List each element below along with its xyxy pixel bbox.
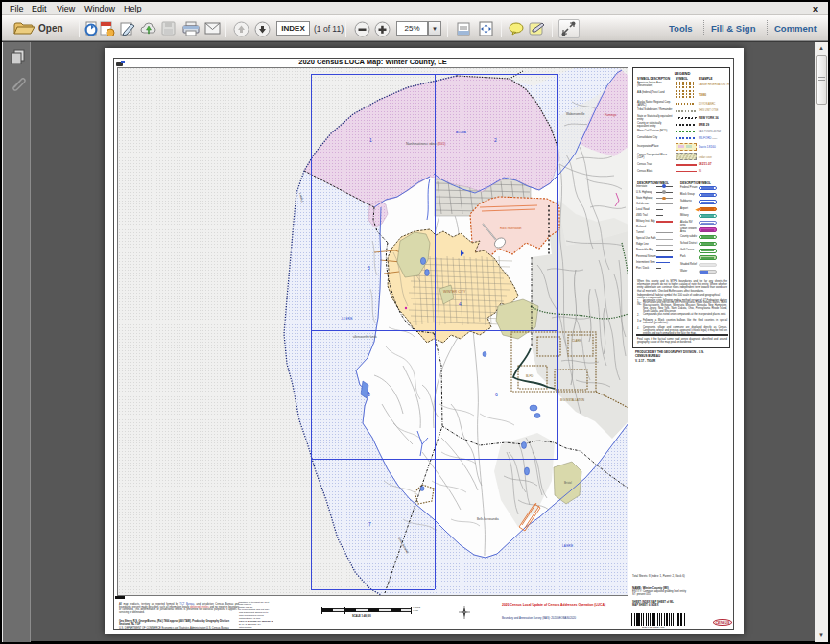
svg-text:Bristol: Bristol [564, 481, 572, 485]
svg-text:CLARK: CLARK [572, 339, 581, 343]
svg-text:Nanhmatironci rdea (R01): Nanhmatironci rdea (R01) [406, 142, 445, 146]
svg-text:2: 2 [494, 137, 497, 143]
svg-text:WINTER CITY: WINTER CITY [443, 290, 466, 294]
svg-text:3: 3 [368, 265, 370, 271]
svg-text:LA ERIE: LA ERIE [562, 544, 573, 548]
svg-text:ACUMA: ACUMA [456, 131, 466, 134]
svg-text:5: 5 [368, 392, 370, 397]
svg-text:allensworthe lands: allensworthe lands [353, 335, 377, 339]
svg-text:Rock reservation: Rock reservation [500, 227, 522, 230]
svg-text:4: 4 [459, 301, 462, 307]
svg-text:7: 7 [368, 521, 371, 527]
svg-text:BLFD: BLFD [526, 374, 533, 378]
svg-text:6: 6 [495, 392, 498, 397]
svg-text:LK ERIE: LK ERIE [342, 317, 353, 321]
svg-text:BIG INSTALLATION: BIG INSTALLATION [560, 398, 584, 402]
svg-text:Flamingo: Flamingo [605, 113, 617, 117]
svg-text:Wabunseeville: Wabunseeville [566, 112, 585, 116]
svg-text:1: 1 [369, 137, 372, 143]
svg-text:Bells lacrosandia: Bells lacrosandia [477, 517, 499, 521]
